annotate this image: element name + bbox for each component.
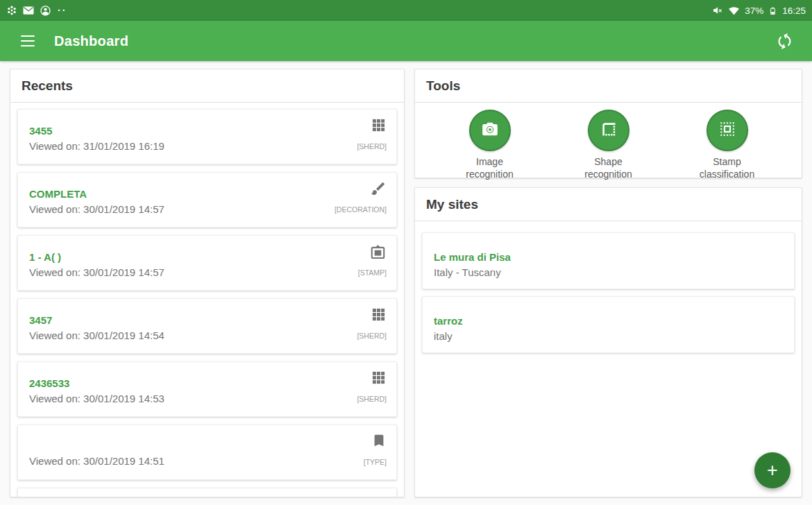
recent-item-viewed: Viewed on: 30/01/2019 14:57	[29, 265, 385, 280]
tool-image-recognition: Image recognition	[438, 110, 542, 180]
page-title: Dashboard	[54, 33, 128, 49]
person-icon	[40, 5, 51, 17]
volume-muted-icon	[712, 5, 723, 16]
recent-item-card[interactable]: 3457 Viewed on: 30/01/2019 14:54 [SHERD]	[17, 298, 397, 354]
frame-icon	[369, 243, 387, 264]
recent-item-title: 1 - A( )	[29, 250, 385, 265]
recent-item-card[interactable]: 2436533 Viewed on: 30/01/2019 14:53 [SHE…	[17, 361, 397, 417]
tools-row: Image recognition Shape re	[415, 103, 802, 180]
site-name: tarroz	[434, 314, 783, 329]
tool-stamp-classification: Stamp classification	[675, 110, 779, 180]
status-time: 16:25	[782, 6, 806, 16]
tool-shape-recognition: Shape recognition	[557, 110, 661, 180]
recents-list: 3455 Viewed on: 31/01/2019 16:19 [SHERD]…	[10, 103, 404, 497]
shape-recognition-button[interactable]	[588, 110, 629, 151]
recent-item-type-label: [DECORATION]	[335, 205, 387, 214]
site-location: italy	[434, 329, 783, 344]
recent-item-card[interactable]: 3455 Viewed on: 31/01/2019 16:19 [SHERD]	[17, 109, 397, 164]
recent-item-title: 3455	[29, 123, 385, 139]
recent-item-viewed: Viewed on: 30/01/2019 14:51	[29, 454, 385, 469]
mail-icon	[22, 4, 35, 17]
battery-percent: 37%	[745, 6, 763, 16]
stamp-classification-button[interactable]	[707, 110, 748, 151]
recent-item-card[interactable]	[17, 488, 397, 497]
tool-label: Image recognition	[453, 156, 526, 180]
recent-item-card[interactable]: COMPLETA Viewed on: 30/01/2019 14:57 [DE…	[17, 172, 397, 228]
bookmark-icon	[371, 433, 387, 451]
battery-icon	[768, 5, 777, 17]
my-sites-header: My sites	[415, 188, 802, 221]
my-sites-panel: My sites Le mura di Pisa Italy - Tuscany…	[414, 187, 802, 497]
overflow-dots: ··	[58, 5, 67, 16]
recent-item-viewed: Viewed on: 30/01/2019 14:53	[29, 391, 385, 406]
grid-icon	[371, 307, 387, 325]
my-sites-list: Le mura di Pisa Italy - Tuscany tarroz i…	[415, 221, 802, 364]
wifi-icon	[728, 5, 740, 17]
menu-icon[interactable]	[21, 35, 35, 46]
brush-icon	[370, 180, 387, 200]
app-bar: Dashboard	[0, 21, 812, 61]
recents-header: Recents	[10, 69, 404, 102]
camera-icon	[481, 120, 499, 141]
recent-item-type-label: [TYPE]	[364, 458, 387, 466]
tools-header: Tools	[415, 69, 802, 102]
site-item-card[interactable]: Le mura di Pisa Italy - Tuscany	[422, 232, 795, 289]
recent-item-title	[29, 439, 385, 454]
app-flower-icon	[6, 5, 17, 16]
recent-item-type-label: [SHERD]	[357, 142, 387, 151]
app-screen: ·· 37% 16:25 Dashboard	[0, 0, 812, 505]
recent-item-card[interactable]: Viewed on: 30/01/2019 14:51 [TYPE]	[17, 425, 397, 480]
grid-icon	[371, 117, 387, 136]
grid-icon	[371, 370, 387, 388]
stamp-grid-icon	[718, 120, 736, 141]
recent-item-viewed: Viewed on: 30/01/2019 14:54	[29, 328, 385, 343]
site-name: Le mura di Pisa	[434, 250, 783, 265]
recent-item-viewed: Viewed on: 31/01/2019 16:19	[29, 139, 385, 154]
recent-item-type-label: [SHERD]	[357, 395, 387, 403]
recent-item-title: 2436533	[29, 376, 385, 391]
site-location: Italy - Tuscany	[434, 265, 783, 280]
recent-item-title: 3457	[29, 313, 385, 328]
recent-item-viewed: Viewed on: 30/01/2019 14:57	[29, 202, 385, 217]
site-item-card[interactable]: tarroz italy	[422, 296, 795, 353]
add-site-fab[interactable]: +	[754, 452, 790, 488]
shape-outline-icon	[600, 120, 618, 141]
tool-label: Stamp classification	[691, 156, 763, 180]
recent-item-type-label: [SHERD]	[357, 332, 387, 340]
image-recognition-button[interactable]	[469, 110, 511, 151]
plus-icon: +	[767, 461, 778, 480]
tool-label: Shape recognition	[572, 156, 645, 180]
sync-icon[interactable]	[775, 31, 794, 51]
recent-item-type-label: [STAMP]	[358, 268, 387, 277]
recent-item-title: COMPLETA	[29, 187, 385, 202]
tools-panel: Tools Image recognition	[414, 69, 802, 178]
bookmark-icon	[371, 496, 387, 497]
status-bar: ·· 37% 16:25	[0, 0, 812, 21]
recent-item-card[interactable]: 1 - A( ) Viewed on: 30/01/2019 14:57 [ST…	[17, 235, 397, 291]
recents-panel: Recents 3455 Viewed on: 31/01/2019 16:19…	[10, 69, 405, 497]
